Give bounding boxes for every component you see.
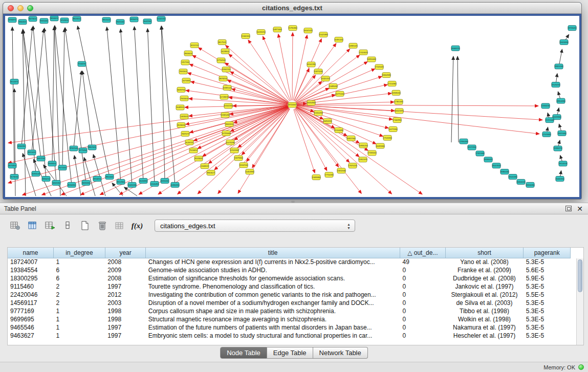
column-header-short[interactable]: short [445,248,524,258]
cell-name[interactable]: 22420046 [8,291,54,299]
cell-out_degree[interactable]: 0 [400,332,446,340]
graph-node[interactable]: 10102200 [224,103,232,108]
cell-in_degree[interactable]: 1 [54,258,105,266]
graph-node[interactable]: 17921440 [475,151,484,156]
table-row[interactable]: 946554611997Estimation of the future num… [8,323,571,332]
panel-splitter-handle[interactable] [291,201,295,203]
graph-node[interactable]: 18820140 [554,64,563,69]
graph-node[interactable]: 9671050 [58,165,67,170]
cell-in_degree[interactable]: 6 [54,274,105,282]
cell-name[interactable]: 9465546 [8,323,54,332]
cell-title[interactable]: Corpus callosum shape and size in male p… [146,307,400,315]
cell-name[interactable]: 9777169 [8,307,54,315]
graph-node[interactable]: 16521870 [395,108,403,114]
column-header-in_degree[interactable]: in_degree [54,248,105,258]
graph-node[interactable]: 8703250 [93,176,101,181]
table-mode-button[interactable] [8,219,23,232]
table-row[interactable]: 1456911722003Disruption of a novel membe… [8,299,571,307]
graph-node[interactable]: 9695330 [82,180,90,185]
zoom-button[interactable] [27,5,33,11]
table-row[interactable]: 911546021997Tourette syndrome. Phenomeno… [8,282,571,291]
cell-out_degree[interactable]: 49 [400,258,446,266]
network-view-window[interactable]: citations_edges.txt 82909709360320847561… [3,2,582,200]
graph-node[interactable]: 17442850 [393,118,401,123]
graph-node[interactable]: 19330270 [553,146,562,151]
new-file-button[interactable] [78,219,92,232]
cell-pagerank[interactable]: 5.3E-5 [524,299,571,307]
graph-node[interactable]: 17024620 [359,50,367,55]
column-header-pagerank[interactable]: pagerank [524,248,571,258]
graph-node[interactable]: 16102280 [307,62,315,67]
cell-year[interactable]: 1997 [105,332,145,340]
graph-node[interactable]: 16822560 [346,136,355,141]
cell-year[interactable]: 1997 [105,282,145,291]
table-row[interactable]: 1872400712008Changes of HCN gene express… [8,258,571,266]
cell-short[interactable]: Tibbo et al. (1998) [445,307,524,315]
graph-node[interactable]: 8921140 [116,19,124,25]
cell-pagerank[interactable]: 5.3E-5 [524,323,571,332]
graph-node[interactable]: 19432310 [555,176,564,181]
graph-node[interactable]: 18454120 [516,179,525,184]
graph-node[interactable]: 9070350 [8,163,16,168]
graph-node[interactable]: 18724007 [288,102,296,107]
graph-node[interactable]: 18068220 [451,46,460,51]
graph-node[interactable]: 9930470 [130,17,138,22]
graph-node[interactable]: 8694420 [50,16,58,21]
graph-node[interactable]: 9702650 [60,18,69,23]
graph-node[interactable]: 9467230 [37,156,45,161]
graph-node[interactable]: 16095840 [376,143,384,148]
graph-node[interactable]: 9581440 [40,18,48,24]
graph-node[interactable]: 8475610 [29,16,37,21]
cell-out_degree[interactable]: 0 [400,315,446,323]
cell-name[interactable]: 18724007 [8,258,54,266]
import-table-button[interactable] [113,219,127,232]
minimize-button[interactable] [17,5,24,11]
graph-node[interactable]: 7534190 [78,61,86,67]
graph-node[interactable]: 8867420 [88,145,96,150]
graph-node[interactable]: 8099760 [177,87,185,92]
graph-node[interactable]: 8290970 [8,17,16,23]
cell-in_degree[interactable]: 1 [54,332,105,340]
graph-node[interactable]: 7524452 [189,148,198,153]
cell-title[interactable]: Genome-wide association studies in ADHD. [146,266,400,274]
table-row[interactable]: 1938455462009Genome-wide association stu… [8,266,571,274]
cell-name[interactable]: 9115460 [8,282,54,291]
table-row[interactable]: 1830029562008Estimation of significance … [8,274,571,282]
column-header-year[interactable]: year [105,248,145,258]
graph-node[interactable]: 10453990 [245,169,254,174]
cell-pagerank[interactable]: 5.9E-5 [524,274,571,282]
graph-node[interactable]: 9775260 [79,148,87,153]
graph-node[interactable]: 16320150 [321,76,330,81]
graph-node[interactable]: 17754180 [324,172,333,178]
graph-node[interactable]: 19114520 [559,161,568,166]
graph-node[interactable]: 15721040 [545,118,554,123]
graph-node[interactable]: 9815520 [102,17,111,23]
graph-node[interactable]: 15958230 [541,103,550,108]
graph-node[interactable]: 1357160 [181,60,189,65]
graph-node[interactable]: 1346933 [201,164,209,169]
graph-node[interactable]: 18013550 [492,163,500,168]
cell-in_degree[interactable]: 6 [54,266,105,274]
graph-node[interactable]: 15025880 [319,32,328,37]
graph-node[interactable]: 8803310 [73,16,81,21]
cell-year[interactable]: 1998 [105,315,145,323]
new-column-button[interactable] [43,219,57,232]
network-graph[interactable]: 8290970936032084756109581440869442097026… [5,16,579,197]
graph-node[interactable]: 7905600 [180,96,188,101]
graph-node[interactable]: 15790360 [288,26,297,31]
cell-out_degree[interactable]: 0 [400,266,446,274]
graph-node[interactable]: 16450110 [323,119,332,124]
graph-node[interactable]: 17670220 [348,163,357,168]
graph-node[interactable]: 12520930 [230,148,238,153]
graph-node[interactable]: 8178230 [10,174,18,180]
graph-node[interactable]: 17593010 [367,150,376,156]
network-canvas[interactable]: 8290970936032084756109581440869442097026… [3,14,581,199]
column-header-out_degree[interactable]: △ out_de... [400,248,446,258]
cell-name[interactable]: 18300295 [8,274,54,282]
cell-short[interactable]: Franke et al. (2009) [445,266,524,274]
cell-out_degree[interactable]: 0 [400,299,446,307]
graph-node[interactable]: 10585120 [223,85,231,90]
cell-out_degree[interactable]: 0 [400,274,446,282]
cell-title[interactable]: Disruption of a novel member of a sodium… [146,299,400,307]
cell-in_degree[interactable]: 2 [54,291,105,299]
